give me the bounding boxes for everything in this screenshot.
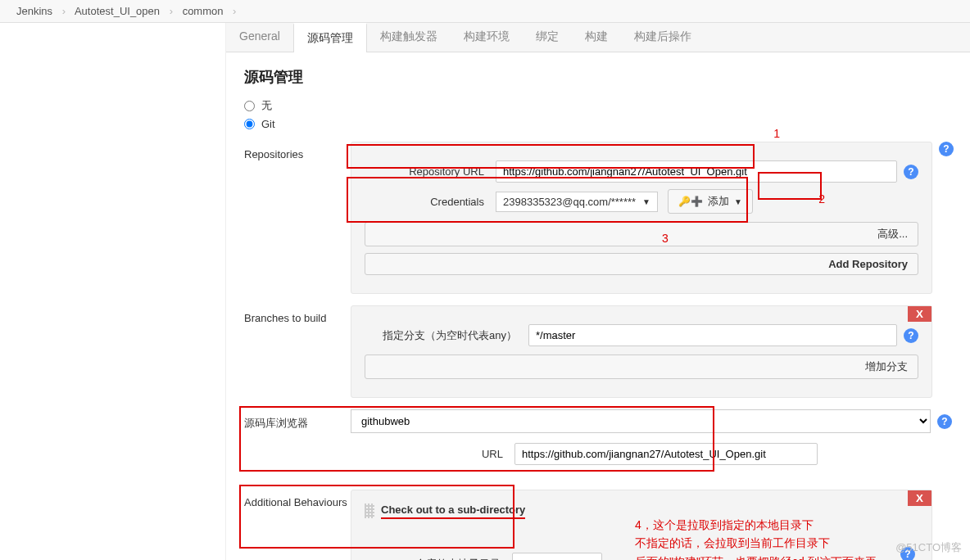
breadcrumb: Jenkins › Autotest_UI_open › common ›	[0, 0, 970, 23]
delete-branch-button[interactable]: X	[908, 306, 931, 322]
chevron-right-icon: ›	[170, 5, 173, 17]
breadcrumb-item[interactable]: Jenkins	[16, 5, 52, 17]
drag-handle-icon[interactable]	[365, 504, 374, 518]
watermark: @51CTO博客	[895, 540, 962, 555]
help-icon[interactable]: ?	[904, 165, 918, 179]
branch-spec-label: 指定分支（为空时代表any）	[365, 328, 528, 343]
browser-label: 源码库浏览器	[244, 409, 351, 472]
repo-url-label: Repository URL	[365, 165, 496, 178]
chevron-right-icon: ›	[233, 5, 236, 17]
advanced-button[interactable]: 高级...	[365, 222, 918, 246]
help-icon[interactable]: ?	[939, 142, 954, 156]
tab-postbuild[interactable]: 构建后操作	[621, 23, 705, 52]
subdir-input[interactable]	[512, 553, 602, 560]
add-repository-button[interactable]: Add Repository	[365, 253, 918, 275]
breadcrumb-item[interactable]: common	[183, 5, 224, 17]
behaviour-item-title: Check out to a sub-directory	[381, 502, 525, 519]
breadcrumb-item[interactable]: Autotest_UI_open	[75, 5, 160, 17]
caret-down-icon: ▼	[734, 197, 742, 206]
tab-general[interactable]: General	[226, 23, 293, 52]
delete-behaviour-button[interactable]: X	[908, 490, 931, 506]
scm-git-label: Git	[261, 118, 275, 130]
browser-url-label: URL	[351, 448, 514, 460]
chevron-right-icon: ›	[62, 5, 66, 17]
scm-git-radio[interactable]	[244, 119, 255, 129]
repositories-label: Repositories	[244, 142, 351, 294]
branch-spec-input[interactable]	[528, 324, 897, 346]
add-credential-label: 添加	[708, 194, 729, 209]
repo-url-input[interactable]	[496, 160, 897, 183]
help-icon[interactable]: ?	[904, 328, 918, 343]
browser-url-input[interactable]	[514, 443, 818, 465]
caret-down-icon: ▼	[642, 197, 650, 206]
annotation-note: 4，这个是拉取到指定的本地目录下 不指定的话，会拉取到当前工作目录下 后面的"构…	[635, 516, 877, 560]
help-icon[interactable]: ?	[937, 414, 952, 429]
scm-none-label: 无	[261, 98, 272, 113]
subdir-label: 仓库的本地子目录	[365, 557, 512, 560]
tab-bindings[interactable]: 绑定	[523, 23, 572, 52]
credentials-label: Credentials	[365, 196, 496, 208]
add-branch-button[interactable]: 增加分支	[365, 355, 918, 379]
key-icon: 🔑➕	[678, 196, 703, 207]
browser-select[interactable]: githubweb	[351, 409, 931, 433]
tab-triggers[interactable]: 构建触发器	[367, 23, 451, 52]
credentials-value: 2398335323@qq.com/******	[503, 196, 636, 208]
section-title: 源码管理	[244, 67, 952, 87]
scm-none-radio[interactable]	[244, 101, 255, 111]
behaviours-label: Additional Behaviours	[244, 490, 351, 560]
config-tabs: General 源码管理 构建触发器 构建环境 绑定 构建 构建后操作	[226, 23, 970, 52]
add-credential-button[interactable]: 🔑➕ 添加 ▼	[668, 189, 753, 214]
tab-scm[interactable]: 源码管理	[293, 23, 367, 52]
tab-env[interactable]: 构建环境	[451, 23, 523, 52]
left-sidebar	[0, 23, 225, 560]
tab-build[interactable]: 构建	[572, 23, 621, 52]
credentials-select[interactable]: 2398335323@qq.com/****** ▼	[496, 192, 658, 212]
branches-label: Branches to build	[244, 305, 351, 398]
